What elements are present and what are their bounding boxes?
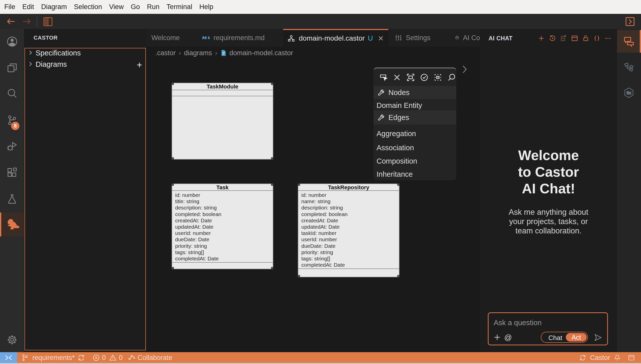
svg-text:0x: 0x <box>627 90 631 95</box>
